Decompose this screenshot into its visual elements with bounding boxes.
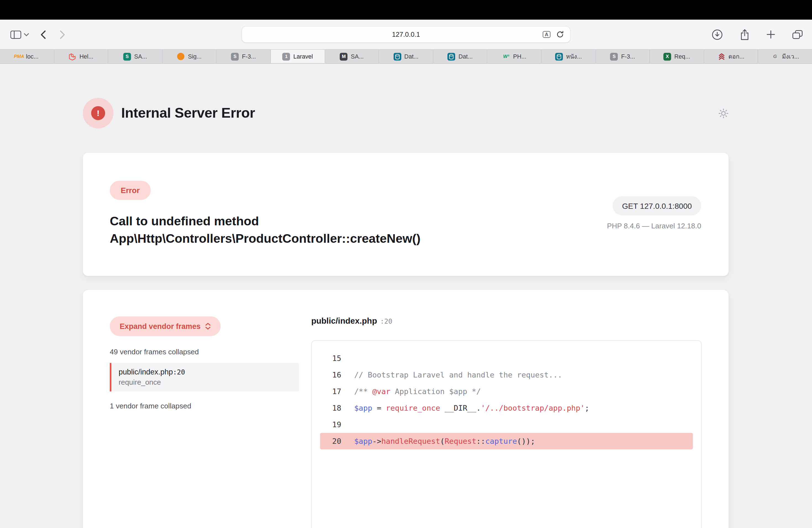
new-tab-button[interactable]	[766, 30, 775, 39]
orange-dot-icon	[177, 53, 185, 60]
w3schools-icon: W³	[502, 53, 510, 60]
expand-vendor-frames-label: Expand vendor frames	[120, 322, 201, 330]
browser-tab[interactable]: หนัง...	[541, 50, 596, 63]
excel-icon: X	[663, 53, 671, 60]
code-line-text: // Bootstrap Laravel and handle the requ…	[354, 371, 562, 379]
stack-frame-file: public/index.php:20	[118, 368, 291, 376]
sidebar-menu-chevron[interactable]	[24, 33, 29, 36]
url-text: 127.0.0.1	[392, 31, 420, 39]
s-teal-icon: S	[123, 53, 131, 60]
code-line-text: /** @var Application $app */	[354, 387, 481, 396]
reload-button[interactable]	[556, 31, 564, 39]
tab-label: loc...	[26, 53, 39, 60]
request-method-pill: GET 127.0.0.1:8000	[613, 196, 701, 216]
safari-window: 127.0.0.1 A PMA loc...	[0, 0, 812, 528]
phpmyadmin-icon: PMA	[15, 53, 23, 60]
code-line: 16 // Bootstrap Laravel and handle the r…	[320, 367, 693, 383]
download-icon	[711, 29, 723, 40]
code-line: 18 $app = require_once __DIR__.'/../boot…	[320, 400, 693, 416]
code-snippet: 15 16 // Bootstrap Laravel and handle th…	[311, 340, 702, 528]
code-line-number: 19	[320, 421, 342, 429]
browser-tab[interactable]: Dat...	[379, 50, 433, 63]
page-title: Internal Server Error	[121, 105, 255, 121]
error-badge: Error	[110, 180, 151, 200]
browser-tab[interactable]: G มีงเว...	[758, 50, 812, 63]
tab-label: PH...	[513, 53, 526, 60]
database-icon	[393, 53, 401, 60]
code-line: 17 /** @var Application $app */	[320, 383, 693, 400]
laravel-icon	[69, 53, 76, 60]
code-file-name: public/index.php	[311, 317, 377, 325]
tab-label: Hel...	[79, 53, 93, 60]
numeric-1-icon: 1	[282, 53, 290, 60]
translate-icon[interactable]: A	[543, 31, 550, 38]
tab-label: Dat...	[459, 53, 473, 60]
code-line: 19	[320, 416, 693, 433]
reload-icon	[556, 31, 564, 39]
chevron-up-down-icon	[205, 323, 211, 330]
downloads-button[interactable]	[711, 29, 723, 40]
toolbar-right-group	[711, 19, 802, 49]
tab-label: หนัง...	[566, 52, 582, 61]
stack-frame-item[interactable]: public/index.php:20 require_once	[110, 363, 299, 391]
sidebar-toggle-button[interactable]	[11, 30, 21, 39]
database-icon	[555, 53, 563, 60]
stack-frame-line: :20	[173, 368, 185, 376]
tab-label: F-3...	[242, 53, 256, 60]
tab-label: มีงเว...	[782, 52, 799, 61]
address-bar-icons: A	[543, 27, 564, 43]
code-line-text: $app->handleRequest(Request::capture());	[354, 437, 535, 445]
tab-label: Dat...	[404, 53, 419, 60]
browser-tab[interactable]: W³ PH...	[488, 50, 541, 63]
share-button[interactable]	[740, 29, 749, 40]
vendor-frame-collapsed-note-bottom: 1 vendor frame collapsed	[110, 402, 311, 410]
error-message: Call to undefined method App\Http\Contro…	[110, 212, 514, 248]
expand-vendor-frames-button[interactable]: Expand vendor frames	[110, 317, 221, 336]
database-icon	[448, 53, 455, 60]
stack-frame-method: require_once	[118, 378, 291, 386]
tab-label: ดอก...	[728, 52, 744, 61]
browser-tab[interactable]: PMA loc...	[0, 50, 54, 63]
tab-bar: PMA loc... Hel... S SA... Sig... S F-3..…	[0, 49, 812, 64]
chevron-right-icon	[60, 30, 66, 39]
tab-label: Req...	[674, 53, 690, 60]
sidebar-icon	[11, 30, 21, 39]
browser-tab[interactable]: X Req...	[650, 50, 704, 63]
error-summary-card: Error Call to undefined method App\Http\…	[83, 153, 729, 276]
s-gray-icon: S	[610, 53, 618, 60]
address-bar[interactable]: 127.0.0.1 A	[242, 27, 570, 43]
m-dark-icon: M	[340, 53, 348, 60]
sun-icon	[719, 108, 729, 118]
chevron-down-icon	[24, 33, 29, 36]
stack-frame-filename: public/index.php	[118, 368, 173, 376]
s-gray-icon: S	[231, 53, 239, 60]
browser-tab[interactable]: Hel...	[54, 50, 108, 63]
browser-tab[interactable]: S F-3...	[596, 50, 650, 63]
code-line-number: 18	[320, 404, 342, 412]
browser-tab[interactable]: 1 Laravel	[271, 50, 325, 63]
code-file-header: public/index.php:20	[311, 317, 702, 326]
browser-toolbar: 127.0.0.1 A	[0, 19, 812, 49]
page-header: ! Internal Server Error	[83, 98, 729, 128]
tabs-icon	[793, 30, 803, 39]
browser-tab[interactable]: ดอก...	[704, 50, 758, 63]
tab-label: F-3...	[621, 53, 635, 60]
browser-tab[interactable]: S F-3...	[217, 50, 271, 63]
browser-tab[interactable]: Sig...	[162, 50, 217, 63]
code-line-number: 17	[320, 387, 342, 396]
page-content: ! Internal Server Error Error Call to un…	[83, 64, 729, 528]
browser-tab[interactable]: Dat...	[433, 50, 488, 63]
code-line: 15	[320, 350, 693, 367]
forward-button[interactable]	[60, 30, 66, 39]
browser-tab[interactable]: M SA...	[325, 50, 379, 63]
tab-overview-button[interactable]	[793, 30, 803, 39]
theme-toggle-button[interactable]	[719, 108, 729, 118]
g-letter-icon: G	[771, 53, 779, 60]
browser-tab[interactable]: S SA...	[108, 50, 162, 63]
code-line-number: 15	[320, 354, 342, 363]
menu-bar	[0, 0, 812, 19]
tab-label: SA...	[351, 53, 364, 60]
back-button[interactable]	[40, 30, 46, 39]
share-icon	[740, 29, 749, 40]
code-file-line: :20	[380, 317, 392, 325]
